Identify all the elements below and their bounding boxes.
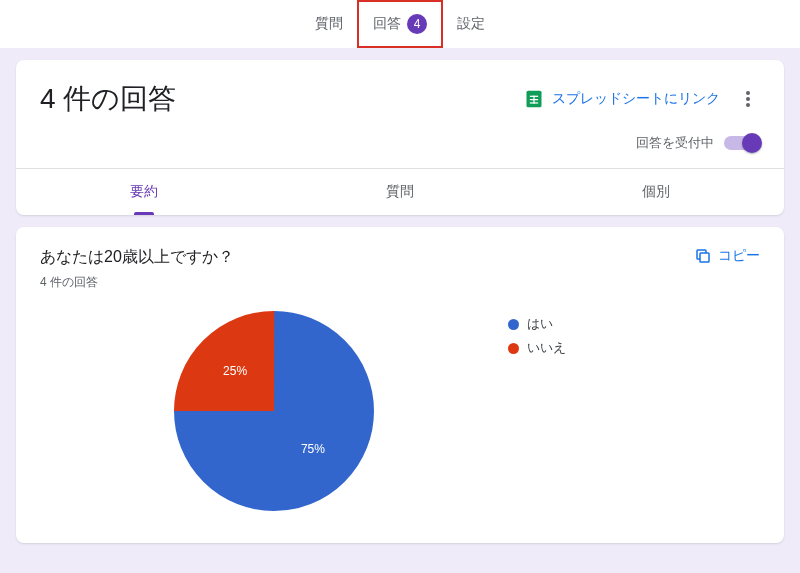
pie-slice-label: 75%: [301, 442, 325, 456]
tab-responses[interactable]: 回答 4: [357, 0, 443, 48]
responses-count-badge: 4: [407, 14, 427, 34]
pie-slice-label: 25%: [223, 364, 247, 378]
copy-icon: [694, 247, 712, 265]
tab-individual[interactable]: 個別: [528, 169, 784, 215]
response-view-tabs: 要約 質問 個別: [16, 168, 784, 215]
tab-by-question[interactable]: 質問: [272, 169, 528, 215]
question-chart-card: あなたは20歳以上ですか？ 4 件の回答 コピー 75%25% はい いいえ: [16, 227, 784, 543]
svg-point-6: [746, 97, 750, 101]
tab-responses-label: 回答: [373, 15, 401, 33]
tab-questions[interactable]: 質問: [301, 0, 357, 48]
top-tabs: 質問 回答 4 設定: [0, 0, 800, 48]
svg-point-5: [746, 91, 750, 95]
responses-title: 4 件の回答: [40, 80, 176, 118]
link-to-sheets-button[interactable]: スプレッドシートにリンク: [524, 89, 720, 109]
legend-dot-icon: [508, 319, 519, 330]
copy-chart-label: コピー: [718, 247, 760, 265]
chart-legend: はい いいえ: [508, 311, 760, 511]
legend-item: はい: [508, 315, 760, 333]
legend-label: いいえ: [527, 339, 566, 357]
sheets-icon: [524, 89, 544, 109]
legend-label: はい: [527, 315, 553, 333]
responses-summary-card: 4 件の回答 スプレッドシートにリンク: [16, 60, 784, 215]
more-options-button[interactable]: [736, 87, 760, 111]
legend-item: いいえ: [508, 339, 760, 357]
svg-rect-8: [700, 253, 709, 262]
kebab-icon: [746, 91, 750, 107]
copy-chart-button[interactable]: コピー: [694, 247, 760, 265]
link-to-sheets-label: スプレッドシートにリンク: [552, 90, 720, 108]
svg-point-7: [746, 103, 750, 107]
svg-rect-4: [533, 96, 534, 104]
pie-chart: 75%25%: [174, 311, 374, 511]
accepting-responses-toggle[interactable]: [724, 136, 760, 150]
question-response-count: 4 件の回答: [40, 274, 234, 291]
legend-dot-icon: [508, 343, 519, 354]
tab-summary[interactable]: 要約: [16, 169, 272, 215]
tab-settings[interactable]: 設定: [443, 0, 499, 48]
accepting-responses-label: 回答を受付中: [636, 134, 714, 152]
question-title: あなたは20歳以上ですか？: [40, 247, 234, 268]
